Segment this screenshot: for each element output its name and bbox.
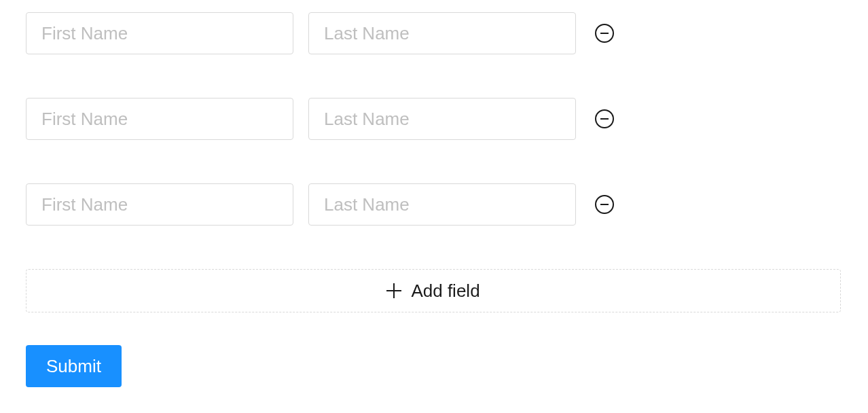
first-name-input[interactable]	[26, 183, 293, 226]
first-name-input[interactable]	[26, 98, 293, 140]
minus-icon	[600, 204, 609, 205]
minus-icon	[600, 118, 609, 120]
plus-icon	[386, 283, 401, 298]
remove-row-button[interactable]	[595, 195, 614, 214]
add-field-button[interactable]: Add field	[26, 269, 841, 312]
form-row	[26, 12, 842, 54]
remove-row-button[interactable]	[595, 24, 614, 43]
dynamic-form: Add field Submit	[26, 12, 842, 387]
last-name-input[interactable]	[308, 183, 576, 226]
add-field-label: Add field	[411, 281, 480, 302]
remove-row-button[interactable]	[595, 109, 614, 128]
last-name-input[interactable]	[308, 12, 576, 54]
form-row	[26, 98, 842, 140]
submit-button[interactable]: Submit	[26, 345, 122, 387]
first-name-input[interactable]	[26, 12, 293, 54]
minus-icon	[600, 33, 609, 34]
form-row	[26, 183, 842, 226]
last-name-input[interactable]	[308, 98, 576, 140]
